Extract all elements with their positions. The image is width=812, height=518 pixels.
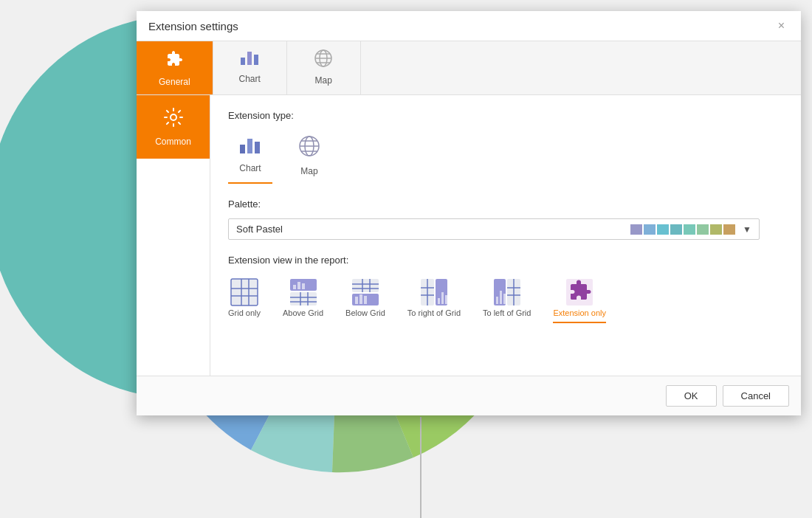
svg-rect-18 [231, 279, 258, 305]
svg-rect-3 [254, 55, 258, 65]
cancel-button[interactable]: Cancel [723, 385, 789, 407]
extension-settings-dialog: Extension settings × General [137, 11, 801, 415]
view-option-below-grid[interactable]: Below Grid [345, 276, 385, 323]
swatch-6 [697, 224, 709, 235]
dialog-header: Extension settings × [137, 11, 801, 41]
ext-tab-chart-label: Chart [239, 163, 261, 173]
tab-general[interactable]: General [137, 41, 213, 94]
view-options-container: Grid only [228, 276, 783, 323]
grid-only-icon [228, 276, 261, 308]
ok-button[interactable]: OK [666, 385, 717, 407]
puzzle-icon [164, 49, 185, 74]
tab-map-top[interactable]: Map [287, 41, 361, 94]
view-option-right-of-grid-label: To right of Grid [407, 308, 461, 317]
svg-rect-26 [297, 282, 300, 289]
dialog-body: Common Extension type: [137, 95, 801, 376]
globe-ext-icon [297, 134, 321, 163]
top-tabs: General Chart [137, 41, 801, 95]
chart-icon-top [239, 49, 260, 71]
tab-chart-top[interactable]: Chart [213, 41, 287, 94]
palette-label: Palette: [228, 198, 783, 210]
svg-rect-53 [503, 294, 506, 304]
dialog-footer: OK Cancel [137, 376, 801, 415]
tab-map-top-label: Map [315, 75, 332, 86]
svg-rect-48 [441, 292, 444, 304]
view-option-grid-only[interactable]: Grid only [228, 276, 261, 323]
svg-rect-40 [359, 294, 362, 304]
ext-tab-map[interactable]: Map [287, 130, 331, 184]
sidebar: Common [137, 95, 210, 376]
below-grid-icon [349, 276, 382, 308]
right-of-grid-icon [418, 276, 450, 308]
view-option-below-grid-label: Below Grid [345, 308, 385, 317]
svg-point-9 [171, 114, 176, 120]
view-option-above-grid-label: Above Grid [283, 308, 323, 317]
svg-rect-27 [302, 283, 305, 289]
swatch-2 [644, 224, 656, 235]
swatch-3 [657, 224, 669, 235]
svg-rect-33 [352, 279, 379, 292]
chart-ext-icon [238, 134, 262, 160]
svg-rect-1 [241, 58, 245, 65]
svg-rect-25 [293, 285, 296, 289]
extension-type-label: Extension type: [228, 110, 783, 121]
sidebar-item-common-label: Common [155, 137, 191, 147]
svg-rect-28 [290, 292, 317, 305]
dropdown-arrow-icon: ▼ [743, 224, 751, 235]
extension-only-icon [563, 276, 596, 308]
view-option-left-of-grid-label: To left of Grid [483, 308, 531, 317]
swatch-7 [710, 224, 722, 235]
palette-value: Soft Pastel [236, 224, 630, 235]
view-option-right-of-grid[interactable]: To right of Grid [407, 276, 461, 323]
svg-rect-12 [255, 142, 260, 153]
above-grid-icon [287, 276, 320, 308]
swatch-5 [684, 224, 695, 235]
view-option-grid-only-label: Grid only [228, 308, 261, 317]
svg-rect-39 [355, 297, 358, 304]
palette-section: Palette: Soft Pastel [228, 198, 783, 240]
swatch-8 [723, 224, 735, 235]
svg-rect-47 [438, 298, 440, 304]
view-option-extension-only-label: Extension only [553, 308, 606, 317]
close-button[interactable]: × [774, 18, 789, 33]
view-option-above-grid[interactable]: Above Grid [283, 276, 323, 323]
svg-rect-52 [500, 291, 502, 304]
ext-tab-chart[interactable]: Chart [228, 130, 272, 184]
view-section-label: Extension view in the report: [228, 255, 783, 266]
tab-general-label: General [159, 77, 190, 87]
view-option-extension-only[interactable]: Extension only [553, 276, 606, 323]
svg-rect-51 [496, 297, 498, 304]
tab-chart-top-label: Chart [239, 74, 261, 84]
palette-dropdown[interactable]: Soft Pastel ▼ [228, 218, 760, 240]
gear-icon [163, 107, 184, 132]
left-of-grid-icon [491, 276, 523, 308]
ext-tab-map-label: Map [300, 166, 317, 176]
view-option-left-of-grid[interactable]: To left of Grid [483, 276, 531, 323]
dialog-title: Extension settings [148, 20, 238, 32]
swatch-1 [630, 224, 642, 235]
palette-color-swatches [630, 224, 735, 235]
content-area: Extension type: Chart [210, 95, 801, 376]
globe-icon-top [314, 49, 333, 72]
svg-rect-11 [247, 139, 252, 153]
svg-rect-10 [240, 145, 245, 153]
svg-rect-41 [364, 296, 367, 304]
sidebar-item-common[interactable]: Common [137, 95, 210, 159]
view-section: Extension view in the report: [228, 255, 783, 323]
swatch-4 [670, 224, 682, 235]
svg-rect-49 [445, 295, 447, 304]
svg-rect-2 [247, 52, 252, 65]
extension-type-tabs: Chart Map [228, 130, 783, 184]
